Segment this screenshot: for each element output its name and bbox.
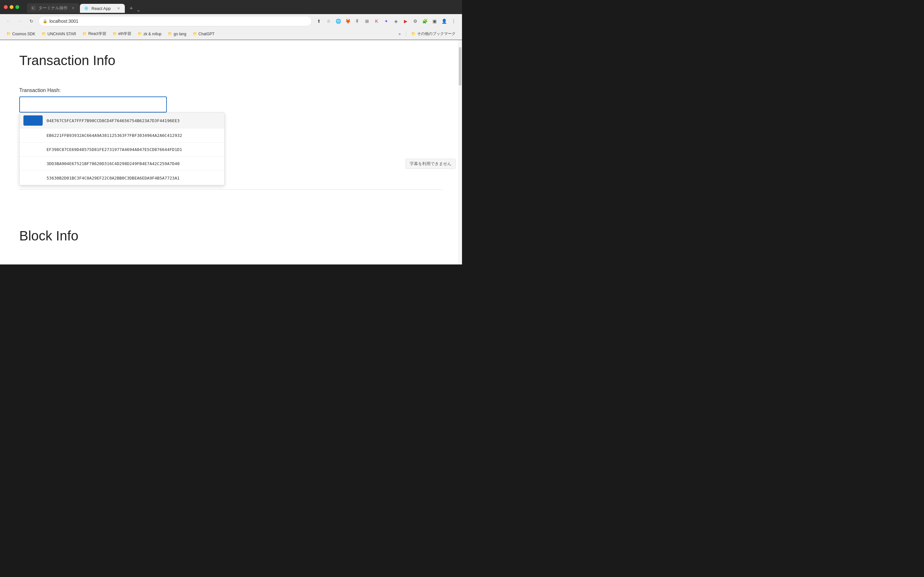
hash-text-0: 04E767C5FCA7FFF7B90CCD8CD4F764656754B623… xyxy=(47,118,180,123)
folder-icon: 📁 xyxy=(411,32,416,36)
extension-1[interactable]: 🌐 xyxy=(334,17,342,26)
folder-icon: 📁 xyxy=(113,32,117,36)
autocomplete-item-2[interactable]: EF398C87CE69D48575D81FE2731977A4694A047E… xyxy=(19,143,224,157)
lock-icon: 🔒 xyxy=(43,19,47,23)
tabs-bar: $ ターミナル操作 ✕ React App ✕ xyxy=(24,1,143,13)
bookmark-label: UNCHAIN STAR xyxy=(47,32,76,36)
share-icon[interactable]: ⬆ xyxy=(314,17,323,26)
forward-button[interactable]: → xyxy=(15,17,24,26)
more-menu[interactable]: ⋮ xyxy=(449,17,458,26)
bookmarks-bar: 📁 Cosmos SDK 📁 UNCHAIN STAR 📁 React学習 📁 … xyxy=(0,28,462,40)
subtitle-tooltip: 字幕を利用できません xyxy=(405,159,456,169)
reload-button[interactable]: ↻ xyxy=(27,17,36,26)
page-content: Transaction Info Transaction Hash: 04E76… xyxy=(0,40,462,264)
block-info-title: Block Info xyxy=(19,228,443,243)
extension-6[interactable]: ▶ xyxy=(401,17,410,26)
tab-react[interactable]: React App ✕ xyxy=(80,4,125,13)
bookmark-label: React学習 xyxy=(88,31,106,37)
extension-puzzle[interactable]: 🧩 xyxy=(420,17,429,26)
minimize-button[interactable] xyxy=(10,5,13,9)
bookmark-react[interactable]: 📁 React学習 xyxy=(80,30,108,37)
color-swatch-0 xyxy=(23,115,43,126)
extension-4[interactable]: ✦ xyxy=(382,17,391,26)
tab-expand-button[interactable]: ⌄ xyxy=(136,7,141,13)
bookmark-unchain-star[interactable]: 📁 UNCHAIN STAR xyxy=(39,31,79,37)
bookmark-eth[interactable]: 📁 eth学習 xyxy=(110,30,134,37)
tab-terminal-label: ターミナル操作 xyxy=(39,5,68,11)
folder-icon: 📁 xyxy=(168,32,172,36)
svg-text:$: $ xyxy=(32,7,33,10)
address-bar[interactable]: 🔒 localhost:3001 xyxy=(39,16,312,26)
new-tab-button[interactable]: + xyxy=(127,4,136,13)
bookmark-other[interactable]: 📁 その他のブックマーク xyxy=(409,30,458,37)
folder-icon: 📁 xyxy=(193,32,197,36)
bookmark-label: ChatGPT xyxy=(199,32,215,36)
svg-point-2 xyxy=(86,8,87,9)
browser-chrome: $ ターミナル操作 ✕ React App ✕ xyxy=(0,0,462,40)
bookmark-golang[interactable]: 📁 go lang xyxy=(165,31,189,37)
extension-2[interactable]: 🦊 xyxy=(343,17,352,26)
autocomplete-item-4[interactable]: 53630B2D01BC3F4C0A29EF22C0A2BB0C3DBEA6ED… xyxy=(19,171,224,185)
address-text: localhost:3001 xyxy=(49,19,308,24)
hash-text-3: 3DD3BA904E67521BF78620D316C4D298D249FB4E… xyxy=(23,161,180,166)
back-button[interactable]: ← xyxy=(4,17,13,26)
horizontal-divider xyxy=(19,189,443,190)
extension-mic[interactable]: 🎙 xyxy=(353,17,362,26)
close-button[interactable] xyxy=(4,5,8,9)
title-bar: $ ターミナル操作 ✕ React App ✕ xyxy=(0,0,462,14)
bookmark-other-label: その他のブックマーク xyxy=(417,31,456,37)
folder-icon: 📁 xyxy=(137,32,142,36)
address-bar-row: ← → ↻ 🔒 localhost:3001 ⬆ ☆ 🌐 🦊 🎙 ⊞ K ✦ ◈… xyxy=(0,14,462,28)
hash-text-2: EF398C87CE69D48575D81FE2731977A4694A047E… xyxy=(23,147,182,152)
autocomplete-item-0[interactable]: 04E767C5FCA7FFF7B90CCD8CD4F764656754B623… xyxy=(19,113,224,129)
scrollbar-thumb[interactable] xyxy=(459,47,461,85)
bookmark-zk[interactable]: 📁 zk & rollup xyxy=(135,31,164,37)
input-wrapper: 04E767C5FCA7FFF7B90CCD8CD4F764656754B623… xyxy=(19,97,167,113)
extension-5[interactable]: ◈ xyxy=(391,17,401,26)
traffic-lights xyxy=(4,5,19,9)
hash-text-1: EB6221FFB93932AC664A9A381125363F7FBF3034… xyxy=(23,133,182,138)
user-avatar[interactable]: 👤 xyxy=(439,17,449,26)
autocomplete-item-1[interactable]: EB6221FFB93932AC664A9A381125363F7FBF3034… xyxy=(19,129,224,143)
transaction-hash-label: Transaction Hash: xyxy=(19,87,443,93)
tab-terminal[interactable]: $ ターミナル操作 ✕ xyxy=(27,3,79,13)
bookmark-label: eth学習 xyxy=(118,31,132,37)
folder-icon: 📁 xyxy=(82,32,87,36)
page-title: Transaction Info xyxy=(19,53,443,68)
hash-text-4: 53630B2D01BC3F4C0A29EF22C0A2BB0C3DBEA6ED… xyxy=(23,176,180,181)
react-favicon xyxy=(84,6,89,11)
folder-icon: 📁 xyxy=(42,32,46,36)
bookmark-label: Cosmos SDK xyxy=(12,32,35,36)
star-icon[interactable]: ☆ xyxy=(324,17,333,26)
bookmarks-more-button[interactable]: » xyxy=(396,31,403,37)
transaction-hash-input[interactable] xyxy=(19,97,167,113)
autocomplete-dropdown: 04E767C5FCA7FFF7B90CCD8CD4F764656754B623… xyxy=(19,113,225,185)
folder-icon: 📁 xyxy=(6,32,11,36)
scrollbar[interactable] xyxy=(458,40,462,264)
bookmark-label: go lang xyxy=(174,32,186,36)
bookmark-label: zk & rollup xyxy=(144,32,162,36)
maximize-button[interactable] xyxy=(15,5,19,9)
extension-3[interactable]: K xyxy=(372,17,381,26)
extension-grid[interactable]: ⊞ xyxy=(363,17,372,26)
autocomplete-item-3[interactable]: 3DD3BA904E67521BF78620D316C4D298D249FB4E… xyxy=(19,157,224,171)
tab-terminal-close[interactable]: ✕ xyxy=(70,5,75,11)
extension-sidebar[interactable]: ▣ xyxy=(430,17,439,26)
extension-7[interactable]: ⚙ xyxy=(411,17,420,26)
transaction-hash-section: Transaction Hash: 04E767C5FCA7FFF7B90CCD… xyxy=(19,87,443,113)
bookmark-chatgpt[interactable]: 📁 ChatGPT xyxy=(190,31,217,37)
terminal-favicon: $ xyxy=(31,5,36,11)
bookmark-cosmos-sdk[interactable]: 📁 Cosmos SDK xyxy=(4,31,38,37)
tab-react-close[interactable]: ✕ xyxy=(116,6,121,11)
tab-react-label: React App xyxy=(91,6,113,11)
browser-extensions: ⬆ ☆ 🌐 🦊 🎙 ⊞ K ✦ ◈ ▶ ⚙ 🧩 ▣ 👤 ⋮ xyxy=(314,17,458,26)
bookmarks-divider xyxy=(406,31,406,37)
